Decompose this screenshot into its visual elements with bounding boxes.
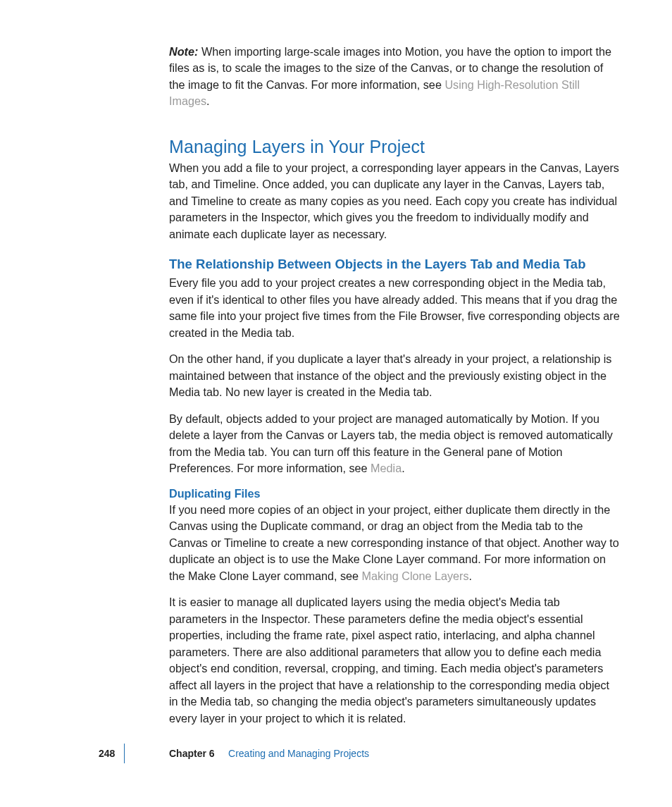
paragraph-intro: When you add a file to your project, a c… [169, 160, 620, 242]
paragraph-relationship-3: By default, objects added to your projec… [169, 411, 620, 477]
note-paragraph: Note: When importing large-scale images … [169, 44, 620, 110]
p4-after: . [402, 462, 405, 474]
chapter-title: Creating and Managing Projects [228, 748, 369, 759]
heading-managing-layers: Managing Layers in Your Project [169, 137, 620, 157]
content-column: Note: When importing large-scale images … [169, 44, 620, 737]
note-label: Note: [169, 45, 198, 58]
page: Note: When importing large-scale images … [0, 0, 672, 807]
paragraph-duplicating-2: It is easier to manage all duplicated la… [169, 594, 620, 727]
note-after: . [206, 94, 210, 107]
p5-after: . [469, 569, 473, 582]
chapter-label: Chapter 6 [169, 748, 215, 759]
chapter-footer: Chapter 6 Creating and Managing Projects [169, 748, 369, 759]
footer-divider [124, 744, 125, 763]
page-number: 248 [99, 748, 115, 759]
link-media[interactable]: Media [371, 462, 402, 474]
heading-relationship: The Relationship Between Objects in the … [169, 257, 620, 272]
paragraph-relationship-2: On the other hand, if you duplicate a la… [169, 351, 620, 400]
page-footer: 248 Chapter 6 Creating and Managing Proj… [0, 751, 672, 768]
heading-duplicating-files: Duplicating Files [169, 487, 620, 500]
link-making-clone-layers[interactable]: Making Clone Layers [362, 569, 469, 582]
paragraph-duplicating-1: If you need more copies of an object in … [169, 502, 620, 584]
paragraph-relationship-1: Every file you add to your project creat… [169, 275, 620, 341]
